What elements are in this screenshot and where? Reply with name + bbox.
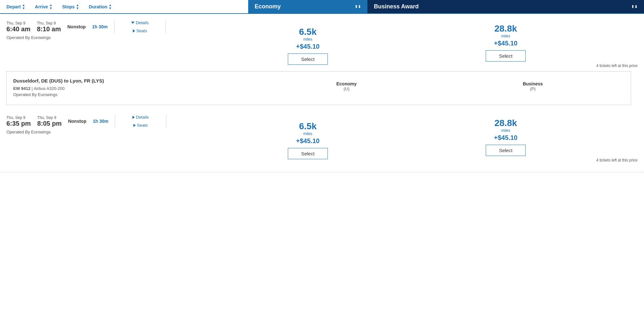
depart-sort-arrows: ▲▼	[22, 4, 25, 10]
expand-operated-by-1: Operated By Eurowings	[13, 92, 252, 97]
stops-2: Nonstop	[68, 119, 86, 124]
business-tickets-left-2: 4 tickets left at this price	[596, 158, 638, 162]
arrive-block-1: Thu, Sep 9 8:10 am	[37, 21, 61, 33]
depart-block-1: Thu, Sep 9 6:40 am	[6, 21, 31, 33]
business-price-2: +$45.10	[494, 134, 518, 141]
business-fare-1: 28.8k miles +$45.10 Select 4 tickets lef…	[367, 20, 644, 71]
duration-sort-arrows: ▲▼	[109, 4, 112, 10]
right-fare-section-2: 6.5k miles +$45.10 Select 28.8k miles +$…	[248, 115, 644, 166]
flight-row-2: Thu, Sep 9 6:35 pm Thu, Sep 9 8:05 pm No…	[0, 108, 644, 172]
economy-select-button-1[interactable]: Select	[288, 54, 328, 65]
details-triangle-icon-1	[131, 22, 134, 24]
operated-by-1: Operated By Eurowings	[6, 35, 242, 40]
business-select-button-1[interactable]: Select	[486, 50, 526, 62]
flight-row-wrapper-2: Thu, Sep 9 6:35 pm Thu, Sep 9 8:05 pm No…	[0, 108, 644, 172]
expand-business-col-1: Business (P)	[441, 78, 624, 98]
right-fare-section-1: 6.5k miles +$45.10 Select 28.8k miles +$…	[248, 20, 644, 71]
business-fare-2: 28.8k miles +$45.10 Select 4 tickets lef…	[367, 115, 644, 166]
page-container: Depart ▲▼ Arrive ▲▼ Stops ▲▼ Duration ▲▼…	[0, 0, 644, 312]
expand-cols-1: Dusseldorf, DE (DUS) to Lyon, FR (LYS) E…	[13, 78, 624, 98]
expand-panel-1: Dusseldorf, DE (DUS) to Lyon, FR (LYS) E…	[6, 71, 631, 105]
economy-price-2: +$45.10	[296, 137, 320, 145]
arrive-sort-arrows: ▲▼	[49, 4, 53, 10]
economy-header-label: Economy	[255, 3, 281, 10]
depart-date-2: Thu, Sep 9	[6, 115, 31, 120]
business-tickets-left-1: 4 tickets left at this price	[596, 63, 638, 68]
details-label-1: Details	[136, 20, 149, 25]
flight-main-info-1: Thu, Sep 9 6:40 am Thu, Sep 9 8:10 am No…	[0, 20, 248, 71]
details-button-2[interactable]: Details	[132, 115, 149, 120]
expand-flight-details-1: Dusseldorf, DE (DUS) to Lyon, FR (LYS) E…	[13, 78, 252, 98]
economy-select-button-2[interactable]: Select	[288, 148, 328, 159]
economy-fare-1: 6.5k miles +$45.10 Select	[248, 20, 367, 71]
arrive-label: Arrive	[35, 4, 48, 9]
seats-button-2[interactable]: Seats	[133, 123, 148, 128]
seats-label-2: Seats	[137, 123, 148, 128]
operated-by-2: Operated By Eurowings	[6, 130, 242, 134]
expand-route-1: Dusseldorf, DE (DUS) to Lyon, FR (LYS)	[13, 78, 252, 83]
economy-miles-label-2: miles	[303, 132, 312, 136]
arrive-block-2: Thu, Sep 9 8:05 pm	[37, 115, 62, 127]
arrive-time-1: 8:10 am	[37, 25, 61, 33]
seats-triangle-icon-1	[133, 29, 135, 33]
seats-button-1[interactable]: Seats	[133, 28, 147, 33]
expand-business-code-1: (P)	[441, 86, 624, 91]
expand-aircraft-1: Airbus A320-200	[34, 86, 64, 91]
duration-2: 1h 30m	[93, 119, 108, 124]
expand-economy-col-1: Economy (U)	[255, 78, 438, 98]
depart-date-1: Thu, Sep 9	[6, 21, 31, 25]
duration-1: 1h 30m	[92, 24, 108, 29]
economy-fare-2: 6.5k miles +$45.10 Select	[248, 115, 367, 166]
seats-triangle-icon-2	[133, 124, 136, 127]
header-row: Depart ▲▼ Arrive ▲▼ Stops ▲▼ Duration ▲▼…	[0, 0, 644, 14]
economy-header: Economy ⬆⬇	[248, 0, 367, 13]
economy-miles-1: 6.5k	[299, 27, 317, 37]
details-seats-2: Details Seats	[115, 115, 166, 128]
seats-label-1: Seats	[136, 28, 147, 33]
economy-sort-arrows[interactable]: ⬆⬇	[355, 5, 361, 9]
arrive-date-1: Thu, Sep 9	[37, 21, 61, 25]
business-header-label: Business Award	[374, 3, 419, 10]
sort-duration[interactable]: Duration ▲▼	[89, 4, 112, 10]
business-select-button-2[interactable]: Select	[486, 145, 526, 156]
flight-times-1: Thu, Sep 9 6:40 am Thu, Sep 9 8:10 am No…	[6, 20, 242, 33]
business-price-1: +$45.10	[494, 40, 518, 47]
business-sort-arrows[interactable]: ⬆⬇	[631, 5, 638, 9]
flight-row-1: Thu, Sep 9 6:40 am Thu, Sep 9 8:10 am No…	[0, 14, 644, 71]
expand-flight-info-1: EW 9412 | Airbus A320-200	[13, 86, 252, 91]
details-button-1[interactable]: Details	[131, 20, 149, 25]
depart-time-1: 6:40 am	[6, 25, 31, 33]
sort-depart[interactable]: Depart ▲▼	[6, 4, 25, 10]
flight-row-wrapper-1: Thu, Sep 9 6:40 am Thu, Sep 9 8:10 am No…	[0, 14, 644, 108]
stops-1: Nonstop	[67, 24, 86, 29]
details-seats-1: Details Seats	[114, 20, 166, 33]
depart-label: Depart	[6, 4, 21, 9]
depart-time-2: 6:35 pm	[6, 120, 31, 127]
expand-wrapper-1: Dusseldorf, DE (DUS) to Lyon, FR (LYS) E…	[0, 71, 644, 108]
details-label-2: Details	[136, 115, 149, 120]
stops-sort-arrows: ▲▼	[76, 4, 79, 10]
arrive-time-2: 8:05 pm	[37, 120, 62, 127]
expand-economy-code-1: (U)	[255, 86, 438, 91]
business-miles-label-2: miles	[501, 128, 510, 133]
sort-stops[interactable]: Stops ▲▼	[62, 4, 79, 10]
expand-economy-class-1: Economy	[255, 81, 438, 86]
business-miles-1: 28.8k	[494, 24, 517, 34]
business-header: Business Award ⬆⬇	[367, 0, 644, 13]
sort-arrive[interactable]: Arrive ▲▼	[35, 4, 52, 10]
duration-label: Duration	[89, 4, 107, 9]
expand-business-class-1: Business	[441, 81, 624, 86]
economy-miles-label-1: miles	[303, 37, 312, 42]
depart-block-2: Thu, Sep 9 6:35 pm	[6, 115, 31, 127]
business-miles-2: 28.8k	[494, 118, 517, 128]
business-miles-label-1: miles	[501, 34, 510, 38]
economy-miles-2: 6.5k	[299, 121, 317, 132]
flight-main-info-2: Thu, Sep 9 6:35 pm Thu, Sep 9 8:05 pm No…	[0, 115, 248, 166]
flight-times-2: Thu, Sep 9 6:35 pm Thu, Sep 9 8:05 pm No…	[6, 115, 242, 128]
stops-label: Stops	[62, 4, 75, 9]
column-headers-flight: Depart ▲▼ Arrive ▲▼ Stops ▲▼ Duration ▲▼	[0, 0, 248, 13]
arrive-date-2: Thu, Sep 9	[37, 115, 62, 120]
details-triangle-icon-2	[132, 116, 135, 119]
expand-flight-num-1: EW 9412	[13, 86, 30, 91]
economy-price-1: +$45.10	[296, 43, 320, 50]
